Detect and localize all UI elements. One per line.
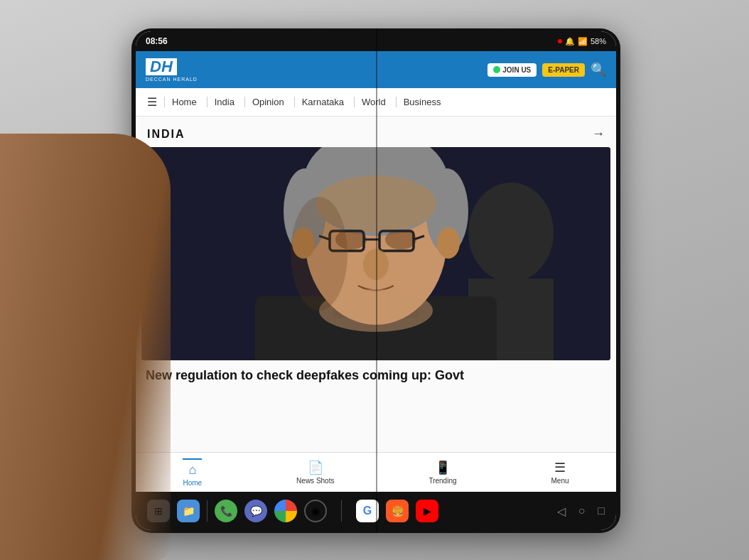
epaper-button[interactable]: E-PAPER <box>542 63 585 77</box>
nav-item-home[interactable]: Home <box>164 97 204 107</box>
status-right: 🔔 📶 58% <box>558 37 606 46</box>
status-bar: 08:56 🔔 📶 58% <box>136 31 616 51</box>
battery-text: 58% <box>591 37 606 45</box>
dock-app-phone[interactable]: 📞 <box>215 500 237 522</box>
search-button[interactable]: 🔍 <box>591 62 606 77</box>
dock-apps-right: 📞 💬 ◉ G 🍔 ▶ <box>215 500 438 522</box>
menu-label: Menu <box>551 477 569 485</box>
phone-screen: 08:56 🔔 📶 58% DH DECCAN HERALD JOI <box>136 31 616 530</box>
android-dock: ⊞ 📁 📞 💬 ◉ G 🍔 ▶ ◁ ○ □ <box>136 492 616 530</box>
bottom-nav-trending[interactable]: 📱 Trending <box>429 460 456 485</box>
dock-app-messages[interactable]: 💬 <box>244 500 267 522</box>
scene: 08:56 🔔 📶 58% DH DECCAN HERALD JOI <box>0 0 749 560</box>
bottom-nav-menu[interactable]: ☰ Menu <box>551 460 569 485</box>
article-headline[interactable]: New regulation to check deepfakes coming… <box>136 360 616 389</box>
section-arrow[interactable]: → <box>592 126 605 141</box>
epaper-label: E-PAPER <box>548 66 579 74</box>
dh-header-right: JOIN US E-PAPER 🔍 <box>487 62 606 77</box>
status-icon: 🔔 <box>565 37 575 46</box>
status-time: 08:56 <box>146 36 168 46</box>
nav-item-business[interactable]: Business <box>396 97 448 107</box>
join-us-label: JOIN US <box>502 66 531 74</box>
svg-point-22 <box>291 197 347 311</box>
app-bottom-nav: ⌂ Home 📄 News Shots 📱 Trending ☰ Menu <box>136 452 616 492</box>
nav-bar: ☰ Home India Opinion Karnataka World Bus… <box>136 88 616 117</box>
home-icon: ⌂ <box>188 463 196 478</box>
main-content: INDIA → <box>136 117 616 452</box>
dh-logo-subtitle: DECCAN HERALD <box>146 77 198 82</box>
dh-header: DH DECCAN HERALD JOIN US E-PAPER 🔍 <box>136 51 616 88</box>
phone-device: 08:56 🔔 📶 58% DH DECCAN HERALD JOI <box>131 28 620 533</box>
svg-point-18 <box>363 249 389 280</box>
home-label: Home <box>183 479 202 487</box>
dock-app-chrome[interactable] <box>274 500 297 522</box>
article-image[interactable] <box>141 147 610 360</box>
recents-button[interactable]: □ <box>598 505 605 517</box>
notification-dot <box>558 39 562 43</box>
hamburger-menu[interactable]: ☰ <box>143 95 161 109</box>
dock-app-google[interactable]: G <box>356 500 379 522</box>
join-us-button[interactable]: JOIN US <box>487 63 537 77</box>
news-shots-label: News Shots <box>296 477 334 485</box>
svg-point-1 <box>468 183 554 282</box>
back-button[interactable]: ◁ <box>557 505 566 518</box>
hand-overlay <box>0 134 171 560</box>
article-image-svg <box>141 147 610 360</box>
dh-logo[interactable]: DH DECCAN HERALD <box>146 58 198 82</box>
svg-rect-3 <box>255 296 497 360</box>
dock-app-youtube[interactable]: ▶ <box>416 500 438 522</box>
india-section: INDIA → <box>136 117 616 147</box>
wifi-icon: 📶 <box>578 37 588 46</box>
whatsapp-icon <box>493 66 500 73</box>
dock-app-food[interactable]: 🍔 <box>386 500 409 522</box>
news-shots-icon: 📄 <box>308 460 323 475</box>
active-indicator <box>183 458 202 460</box>
menu-icon: ☰ <box>554 460 566 475</box>
nav-item-karnataka[interactable]: Karnataka <box>294 97 351 107</box>
trending-label: Trending <box>429 477 456 485</box>
nav-item-world[interactable]: World <box>354 97 393 107</box>
dock-app-camera[interactable]: ◉ <box>304 500 327 522</box>
dock-divider <box>207 500 208 522</box>
home-button[interactable]: ○ <box>578 505 586 517</box>
section-label: INDIA <box>147 128 185 141</box>
bottom-nav-home[interactable]: ⌂ Home <box>183 458 202 487</box>
dock-divider-2 <box>341 500 342 522</box>
headline-text: New regulation to check deepfakes coming… <box>146 368 464 382</box>
trending-icon: 📱 <box>435 460 451 475</box>
nav-item-opinion[interactable]: Opinion <box>244 97 291 107</box>
dock-app-files[interactable]: 📁 <box>177 500 200 522</box>
svg-point-20 <box>437 227 460 259</box>
dh-logo-text: DH <box>146 58 177 75</box>
nav-item-india[interactable]: India <box>207 97 242 107</box>
bottom-nav-news-shots[interactable]: 📄 News Shots <box>296 460 334 485</box>
